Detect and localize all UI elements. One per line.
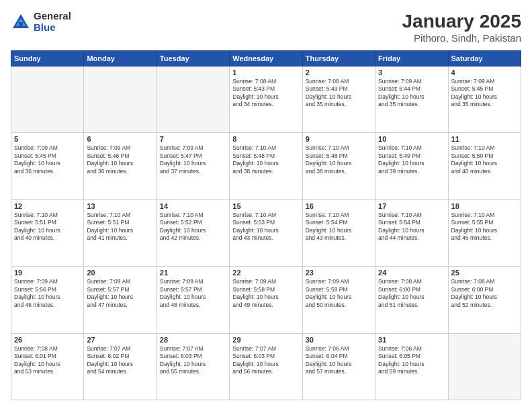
day-cell-4-1: 27Sunrise: 7:07 AM Sunset: 6:02 PM Dayli…: [84, 333, 157, 400]
day-info: Sunrise: 7:10 AM Sunset: 5:48 PM Dayligh…: [306, 144, 372, 175]
logo-general-label: General: [34, 11, 71, 22]
day-number: 12: [14, 202, 81, 210]
day-cell-1-0: 5Sunrise: 7:09 AM Sunset: 5:45 PM Daylig…: [11, 133, 84, 199]
day-number: 7: [160, 135, 226, 143]
day-number: 9: [306, 135, 372, 143]
logo: General Blue: [11, 11, 71, 33]
day-info: Sunrise: 7:07 AM Sunset: 6:03 PM Dayligh…: [232, 345, 299, 376]
day-info: Sunrise: 7:10 AM Sunset: 5:53 PM Dayligh…: [232, 212, 299, 242]
day-info: Sunrise: 7:10 AM Sunset: 5:50 PM Dayligh…: [451, 144, 518, 175]
day-number: 8: [232, 135, 299, 143]
header-saturday: Saturday: [448, 51, 521, 66]
day-cell-2-1: 13Sunrise: 7:10 AM Sunset: 5:51 PM Dayli…: [84, 199, 157, 266]
header-sunday: Sunday: [11, 51, 84, 66]
day-cell-2-0: 12Sunrise: 7:10 AM Sunset: 5:51 PM Dayli…: [11, 199, 84, 266]
day-info: Sunrise: 7:10 AM Sunset: 5:51 PM Dayligh…: [14, 212, 81, 242]
day-info: Sunrise: 7:06 AM Sunset: 6:05 PM Dayligh…: [378, 345, 445, 376]
day-cell-3-1: 20Sunrise: 7:09 AM Sunset: 5:57 PM Dayli…: [84, 267, 157, 333]
day-number: 27: [87, 336, 153, 344]
day-info: Sunrise: 7:08 AM Sunset: 5:43 PM Dayligh…: [232, 78, 299, 109]
week-row-3: 12Sunrise: 7:10 AM Sunset: 5:51 PM Dayli…: [11, 199, 521, 266]
day-number: 30: [306, 336, 372, 344]
day-number: 10: [378, 135, 445, 143]
calendar-table: Sunday Monday Tuesday Wednesday Thursday…: [11, 50, 521, 400]
day-number: 11: [451, 135, 518, 143]
day-cell-0-4: 2Sunrise: 7:08 AM Sunset: 5:43 PM Daylig…: [302, 66, 375, 133]
day-info: Sunrise: 7:09 AM Sunset: 5:45 PM Dayligh…: [14, 144, 81, 175]
day-cell-4-0: 26Sunrise: 7:08 AM Sunset: 6:01 PM Dayli…: [11, 333, 84, 400]
day-number: 22: [232, 269, 299, 277]
day-cell-4-6: [448, 333, 521, 400]
day-number: 16: [306, 202, 372, 210]
day-cell-3-2: 21Sunrise: 7:09 AM Sunset: 5:57 PM Dayli…: [157, 267, 229, 333]
day-number: 25: [451, 269, 518, 277]
day-info: Sunrise: 7:10 AM Sunset: 5:54 PM Dayligh…: [378, 212, 445, 242]
header-tuesday: Tuesday: [157, 51, 229, 66]
day-cell-0-3: 1Sunrise: 7:08 AM Sunset: 5:43 PM Daylig…: [230, 66, 302, 133]
day-info: Sunrise: 7:10 AM Sunset: 5:55 PM Dayligh…: [451, 212, 518, 242]
day-cell-1-1: 6Sunrise: 7:09 AM Sunset: 5:46 PM Daylig…: [84, 133, 157, 199]
day-info: Sunrise: 7:09 AM Sunset: 5:57 PM Dayligh…: [87, 278, 153, 309]
day-cell-2-3: 15Sunrise: 7:10 AM Sunset: 5:53 PM Dayli…: [230, 199, 302, 266]
day-cell-4-4: 30Sunrise: 7:06 AM Sunset: 6:04 PM Dayli…: [302, 333, 375, 400]
title-block: January 2025 Pithoro, Sindh, Pakistan: [402, 11, 521, 44]
day-info: Sunrise: 7:09 AM Sunset: 5:56 PM Dayligh…: [14, 278, 81, 309]
day-number: 19: [14, 269, 81, 277]
day-number: 15: [232, 202, 299, 210]
day-cell-3-5: 24Sunrise: 7:08 AM Sunset: 6:00 PM Dayli…: [375, 267, 448, 333]
day-cell-4-2: 28Sunrise: 7:07 AM Sunset: 6:03 PM Dayli…: [157, 333, 229, 400]
day-info: Sunrise: 7:09 AM Sunset: 5:57 PM Dayligh…: [160, 278, 226, 309]
day-number: 26: [14, 336, 81, 344]
logo-text: General Blue: [34, 11, 71, 33]
day-cell-0-5: 3Sunrise: 7:09 AM Sunset: 5:44 PM Daylig…: [375, 66, 448, 133]
day-info: Sunrise: 7:10 AM Sunset: 5:52 PM Dayligh…: [160, 212, 226, 242]
header-friday: Friday: [375, 51, 448, 66]
day-cell-0-0: [11, 66, 84, 133]
day-info: Sunrise: 7:10 AM Sunset: 5:54 PM Dayligh…: [306, 212, 372, 242]
page: General Blue January 2025 Pithoro, Sindh…: [0, 0, 532, 411]
day-number: 24: [378, 269, 445, 277]
day-cell-0-6: 4Sunrise: 7:09 AM Sunset: 5:45 PM Daylig…: [448, 66, 521, 133]
day-number: 28: [160, 336, 226, 344]
day-info: Sunrise: 7:09 AM Sunset: 5:47 PM Dayligh…: [160, 144, 226, 175]
day-number: 4: [451, 68, 518, 77]
logo-icon: [11, 12, 31, 32]
day-cell-1-2: 7Sunrise: 7:09 AM Sunset: 5:47 PM Daylig…: [157, 133, 229, 199]
day-info: Sunrise: 7:09 AM Sunset: 5:59 PM Dayligh…: [306, 278, 372, 309]
day-info: Sunrise: 7:08 AM Sunset: 6:00 PM Dayligh…: [451, 278, 518, 309]
day-info: Sunrise: 7:06 AM Sunset: 6:04 PM Dayligh…: [306, 345, 372, 376]
day-info: Sunrise: 7:09 AM Sunset: 5:46 PM Dayligh…: [87, 144, 153, 175]
week-row-1: 1Sunrise: 7:08 AM Sunset: 5:43 PM Daylig…: [11, 66, 521, 133]
calendar-subtitle: Pithoro, Sindh, Pakistan: [402, 32, 521, 44]
header-wednesday: Wednesday: [230, 51, 302, 66]
day-number: 1: [232, 68, 299, 77]
day-cell-3-3: 22Sunrise: 7:09 AM Sunset: 5:58 PM Dayli…: [230, 267, 302, 333]
day-cell-3-6: 25Sunrise: 7:08 AM Sunset: 6:00 PM Dayli…: [448, 267, 521, 333]
day-info: Sunrise: 7:07 AM Sunset: 6:03 PM Dayligh…: [160, 345, 226, 376]
day-info: Sunrise: 7:07 AM Sunset: 6:02 PM Dayligh…: [87, 345, 153, 376]
day-cell-2-5: 17Sunrise: 7:10 AM Sunset: 5:54 PM Dayli…: [375, 199, 448, 266]
days-header-row: Sunday Monday Tuesday Wednesday Thursday…: [11, 51, 521, 66]
day-cell-4-3: 29Sunrise: 7:07 AM Sunset: 6:03 PM Dayli…: [230, 333, 302, 400]
day-number: 2: [306, 68, 372, 77]
day-number: 21: [160, 269, 226, 277]
day-cell-2-6: 18Sunrise: 7:10 AM Sunset: 5:55 PM Dayli…: [448, 199, 521, 266]
svg-rect-2: [19, 22, 23, 28]
day-cell-1-6: 11Sunrise: 7:10 AM Sunset: 5:50 PM Dayli…: [448, 133, 521, 199]
day-number: 31: [378, 336, 445, 344]
day-number: 5: [14, 135, 81, 143]
week-row-2: 5Sunrise: 7:09 AM Sunset: 5:45 PM Daylig…: [11, 133, 521, 199]
day-info: Sunrise: 7:09 AM Sunset: 5:44 PM Dayligh…: [378, 78, 445, 109]
day-info: Sunrise: 7:08 AM Sunset: 5:43 PM Dayligh…: [306, 78, 372, 109]
header: General Blue January 2025 Pithoro, Sindh…: [11, 11, 521, 44]
day-cell-0-2: [157, 66, 229, 133]
day-cell-3-0: 19Sunrise: 7:09 AM Sunset: 5:56 PM Dayli…: [11, 267, 84, 333]
day-info: Sunrise: 7:09 AM Sunset: 5:45 PM Dayligh…: [451, 78, 518, 109]
day-cell-1-3: 8Sunrise: 7:10 AM Sunset: 5:48 PM Daylig…: [230, 133, 302, 199]
day-info: Sunrise: 7:10 AM Sunset: 5:49 PM Dayligh…: [378, 144, 445, 175]
day-number: 23: [306, 269, 372, 277]
day-cell-0-1: [84, 66, 157, 133]
week-row-4: 19Sunrise: 7:09 AM Sunset: 5:56 PM Dayli…: [11, 267, 521, 333]
day-cell-1-5: 10Sunrise: 7:10 AM Sunset: 5:49 PM Dayli…: [375, 133, 448, 199]
day-info: Sunrise: 7:10 AM Sunset: 5:51 PM Dayligh…: [87, 212, 153, 242]
